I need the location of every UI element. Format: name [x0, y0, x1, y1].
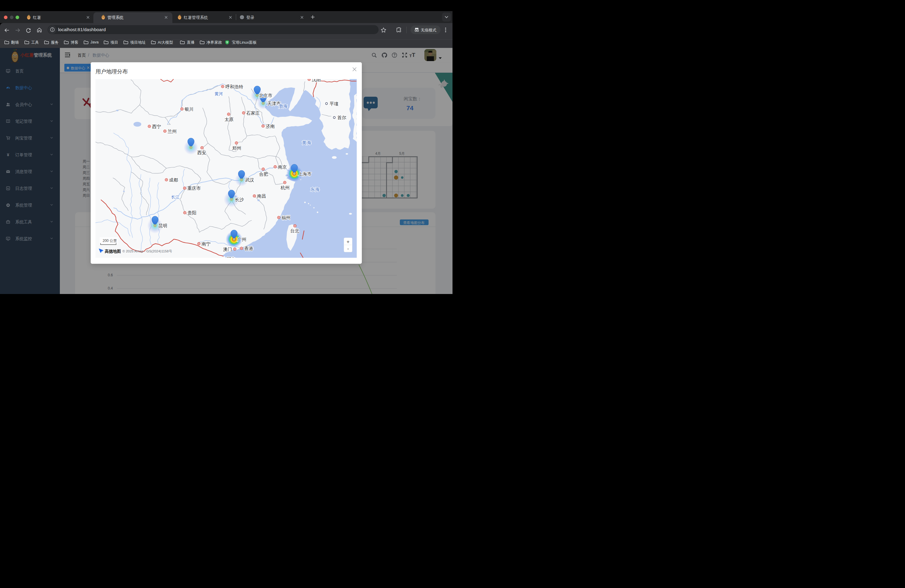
svg-text:福州: 福州 — [282, 215, 291, 220]
svg-text:平壤: 平壤 — [330, 101, 338, 106]
svg-text:首尔: 首尔 — [337, 115, 346, 120]
svg-text:合肥: 合肥 — [259, 172, 268, 176]
svg-text:银川: 银川 — [184, 106, 194, 112]
svg-text:-: - — [347, 246, 349, 251]
svg-text:济南: 济南 — [266, 124, 275, 129]
svg-text:南宁: 南宁 — [202, 241, 211, 246]
svg-text:杭州: 杭州 — [280, 185, 290, 190]
svg-text:沈阳: 沈阳 — [312, 79, 321, 82]
svg-text:黄河: 黄河 — [214, 91, 223, 96]
svg-text:南京: 南京 — [278, 164, 287, 170]
svg-text:© 2025 Amap - GS(2024)1158号: © 2025 Amap - GS(2024)1158号 — [122, 250, 172, 253]
svg-text:石家庄: 石家庄 — [246, 110, 260, 116]
svg-text:长沙: 长沙 — [235, 197, 244, 202]
svg-text:南昌: 南昌 — [257, 194, 266, 199]
svg-text:渤海: 渤海 — [278, 103, 287, 109]
svg-text:香港: 香港 — [244, 246, 253, 251]
svg-text:兰州: 兰州 — [168, 129, 176, 134]
svg-text:北京市: 北京市 — [259, 93, 272, 98]
svg-text:呼和浩特: 呼和浩特 — [225, 84, 243, 89]
svg-text:太原: 太原 — [224, 117, 233, 122]
svg-text:郑州: 郑州 — [232, 146, 241, 151]
svg-text:重庆市: 重庆市 — [187, 186, 201, 191]
svg-text:东海: 东海 — [310, 187, 320, 192]
svg-text:澳门: 澳门 — [223, 247, 232, 252]
svg-text:上海市: 上海市 — [298, 171, 311, 176]
svg-text:台北: 台北 — [290, 228, 299, 233]
svg-text:昆明: 昆明 — [158, 223, 167, 228]
svg-text:武汉: 武汉 — [245, 177, 254, 182]
svg-text:贵阳: 贵阳 — [187, 210, 197, 215]
svg-text:+: + — [346, 239, 349, 245]
svg-text:西宁: 西宁 — [152, 124, 161, 129]
svg-text:广州: 广州 — [237, 237, 246, 242]
svg-text:高德地图: 高德地图 — [105, 249, 121, 254]
svg-text:200 公里: 200 公里 — [103, 238, 117, 243]
svg-text:西安: 西安 — [197, 150, 206, 155]
svg-text:河中: 河中 — [227, 256, 235, 258]
svg-text:长江: 长江 — [171, 195, 179, 199]
svg-text:黄海: 黄海 — [302, 140, 311, 145]
svg-text:成都: 成都 — [169, 177, 178, 182]
